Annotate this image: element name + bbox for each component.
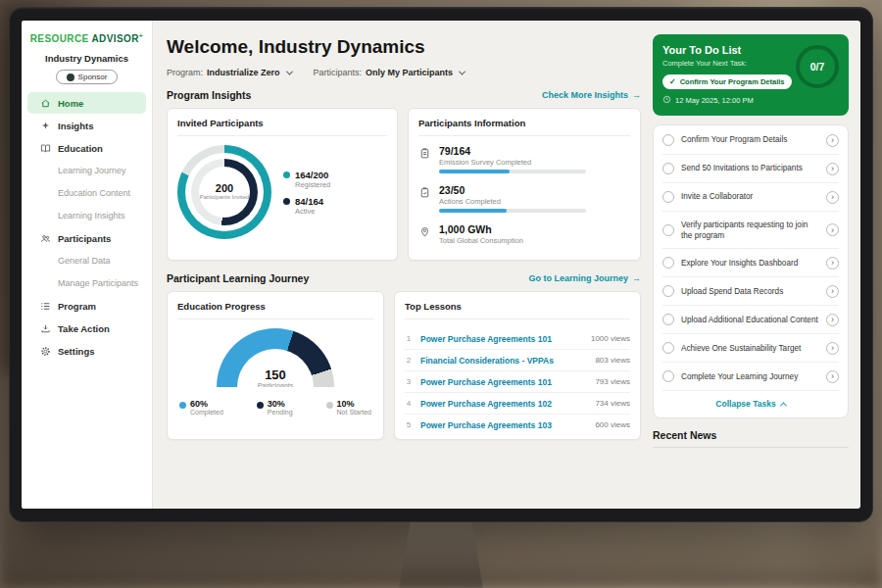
check-more-insights-link[interactable]: Check More Insights → [542, 90, 641, 100]
sidebar-item-label: Education Content [58, 188, 130, 198]
info-row: 23/50 Actions Completed [418, 184, 630, 213]
chevron-right-icon[interactable]: › [826, 342, 839, 355]
lesson-rank: 1 [405, 334, 413, 343]
sidebar-item-learning-journey[interactable]: Learning Journey [27, 160, 146, 181]
next-task-time-label: 12 May 2025, 12:00 PM [675, 96, 754, 105]
legend-value: 60% [190, 399, 208, 409]
progress-bar-fill [439, 209, 507, 213]
task-checkbox[interactable] [662, 134, 674, 146]
legend-item: 60% Completed [179, 399, 223, 416]
task-row[interactable]: Send 50 Invitations to Participants › [662, 155, 839, 183]
chevron-down-icon [285, 68, 292, 74]
task-label: Confirm Your Program Details [681, 134, 819, 145]
chevron-right-icon[interactable]: › [826, 285, 839, 298]
lesson-views: 734 views [595, 399, 630, 408]
task-checkbox[interactable] [662, 314, 674, 325]
sidebar-item-label: Education [58, 143, 103, 154]
task-row[interactable]: Achieve One Sustainability Target › [662, 334, 839, 363]
sidebar-item-settings[interactable]: Settings [27, 340, 146, 362]
task-row[interactable]: Invite a Collaborator › [662, 183, 839, 212]
lesson-link[interactable]: Power Purchase Agreements 102 [420, 399, 587, 409]
gauge-center-value: 150 [217, 368, 334, 382]
background [470, 527, 882, 588]
next-task-chip[interactable]: ✓ Confirm Your Program Details [662, 74, 792, 89]
top-lessons-card: Top Lessons 1 Power Purchase Agreements … [394, 291, 641, 440]
sidebar-item-insights[interactable]: Insights [27, 115, 146, 136]
info-label: Emission Survey Completed [439, 158, 586, 167]
lesson-views: 600 views [595, 420, 630, 429]
info-label: Total Global Consumption [439, 236, 523, 245]
lesson-row: 4 Power Purchase Agreements 102 734 view… [405, 393, 630, 415]
task-checkbox[interactable] [662, 191, 674, 203]
task-label: Invite a Collaborator [681, 191, 819, 202]
lesson-link[interactable]: Power Purchase Agreements 101 [420, 377, 587, 387]
legend-value: 164/200 [295, 170, 330, 180]
next-task-label: Confirm Your Program Details [680, 77, 785, 86]
sidebar-item-general-data[interactable]: General Data [27, 250, 146, 271]
sidebar-item-home[interactable]: Home [27, 92, 146, 114]
task-checkbox[interactable] [662, 285, 674, 297]
sponsor-label: Sponsor [78, 73, 108, 81]
sidebar-item-label: Settings [58, 346, 94, 357]
education-icon [40, 143, 51, 154]
task-checkbox[interactable] [662, 370, 674, 382]
sidebar-item-learning-insights[interactable]: Learning Insights [27, 205, 146, 226]
task-checkbox[interactable] [662, 163, 674, 174]
program-filter[interactable]: Program: Industrialize Zero [167, 68, 292, 77]
task-row[interactable]: Confirm Your Program Details › [662, 126, 839, 155]
task-checkbox[interactable] [662, 224, 674, 236]
task-row[interactable]: Upload Spend Data Records › [662, 277, 839, 306]
participants-filter-label: Participants: [314, 68, 363, 77]
info-label: Actions Completed [439, 197, 586, 206]
program-filter-value: Industrialize Zero [207, 68, 280, 77]
sidebar-item-participants[interactable]: Participants [27, 227, 146, 249]
sidebar-item-take-action[interactable]: Take Action [27, 318, 146, 339]
task-checkbox[interactable] [662, 257, 674, 269]
lesson-link[interactable]: Power Purchase Agreements 101 [420, 334, 583, 344]
go-to-learning-journey-link[interactable]: Go to Learning Journey → [528, 273, 641, 283]
legend-item: 10% Not Started [326, 399, 371, 416]
lesson-link[interactable]: Power Purchase Agreements 103 [420, 420, 587, 430]
task-row[interactable]: Explore Your Insights Dashboard › [662, 249, 839, 277]
invited-participants-card: Invited Participants 200 Participants In… [167, 108, 398, 261]
task-label: Upload Spend Data Records [681, 286, 819, 297]
logo-primary: RESOURCE [30, 33, 89, 44]
legend-value: 84/164 [295, 196, 323, 207]
donut-legend: 164/200 Registered 84/164 Active [283, 163, 330, 222]
chevron-right-icon[interactable]: › [826, 223, 839, 236]
info-row: 79/164 Emission Survey Completed [418, 145, 630, 173]
settings-icon [40, 346, 51, 357]
collapse-tasks-link[interactable]: Collapse Tasks [662, 391, 839, 416]
donut-center-label: Participants Invited [199, 194, 250, 202]
chevron-right-icon[interactable]: › [826, 134, 839, 147]
logo-plus: + [139, 32, 144, 39]
chevron-right-icon[interactable]: › [826, 191, 839, 204]
org-name: Industry Dynamics [22, 53, 152, 64]
task-label: Complete Your Learning Journey [681, 371, 819, 382]
lesson-rank: 2 [405, 356, 413, 365]
survey-icon [418, 146, 431, 159]
task-row[interactable]: Complete Your Learning Journey › [662, 363, 839, 391]
lesson-link[interactable]: Financial Considerations - VPPAs [420, 356, 587, 366]
participants-filter[interactable]: Participants: Only My Participants [314, 68, 466, 77]
sponsor-badge[interactable]: Sponsor [56, 70, 119, 84]
card-title: Participants Information [418, 118, 630, 136]
sidebar-item-education-content[interactable]: Education Content [27, 182, 146, 204]
chevron-glyph: › [831, 315, 834, 324]
chevron-right-icon[interactable]: › [826, 370, 839, 383]
sidebar-item-manage-participants[interactable]: Manage Participants [27, 272, 146, 294]
legend-dot-active [283, 198, 290, 205]
gauge-legend: 60% Completed 30% Pending 10% Not Starte… [177, 399, 373, 416]
sidebar-item-label: Home [58, 98, 83, 109]
sidebar-item-education[interactable]: Education [27, 137, 146, 159]
task-checkbox[interactable] [662, 342, 674, 354]
chevron-right-icon[interactable]: › [826, 257, 839, 270]
chevron-right-icon[interactable]: › [826, 314, 839, 326]
legend-value: 10% [337, 399, 355, 409]
todo-progress-value: 0/7 [810, 61, 825, 73]
task-row[interactable]: Upload Additional Educational Content › [662, 306, 839, 334]
legend-item: 84/164 Active [283, 196, 330, 216]
task-row[interactable]: Verify participants requesting to join t… [662, 212, 839, 249]
chevron-right-icon[interactable]: › [826, 163, 839, 175]
sidebar-item-program[interactable]: Program [27, 295, 146, 317]
